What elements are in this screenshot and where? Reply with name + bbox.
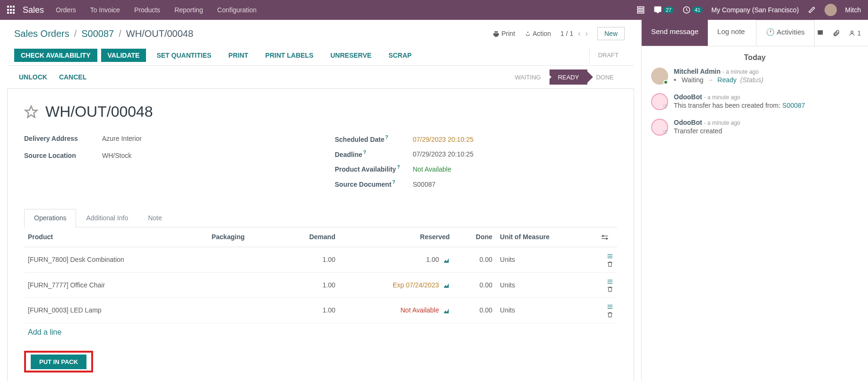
scrap-button[interactable]: SCRAP (382, 49, 418, 62)
user-avatar[interactable] (825, 4, 837, 16)
breadcrumb-parent[interactable]: S00087 (81, 28, 114, 39)
th-packaging[interactable]: Packaging (208, 227, 280, 247)
status-ready[interactable]: READY (550, 69, 588, 85)
breadcrumb-root[interactable]: Sales Orders (14, 28, 69, 39)
msg-avatar[interactable] (651, 93, 668, 110)
cell-reserved[interactable]: Not Available (339, 298, 454, 323)
status-draft[interactable]: DRAFT (589, 48, 627, 63)
msg-link[interactable]: S00087 (782, 102, 805, 109)
detail-icon[interactable] (607, 252, 613, 260)
chatter-tabs: Send message Log note 🕐 Activities 1 (642, 20, 868, 46)
cell-product[interactable]: [FURN_0003] LED Lamp (24, 298, 208, 323)
unreserve-button[interactable]: UNRESERVE (324, 49, 378, 62)
cell-uom[interactable]: Units (496, 247, 597, 272)
cell-product[interactable]: [FURN_7777] Office Chair (24, 272, 208, 298)
msg-author[interactable]: OdooBot (674, 93, 702, 101)
nav-configuration[interactable]: Configuration (217, 6, 257, 14)
cancel-button[interactable]: CANCEL (59, 73, 86, 81)
check-availability-button[interactable]: CHECK AVAILABILITY (14, 49, 97, 62)
th-uom[interactable]: Unit of Measure (496, 227, 597, 247)
cell-packaging[interactable] (208, 272, 280, 298)
chat-icon[interactable]: 27 (653, 6, 674, 14)
cell-uom[interactable]: Units (496, 272, 597, 298)
unlock-button[interactable]: UNLOCK (19, 73, 47, 81)
app-title[interactable]: Sales (23, 5, 44, 15)
th-demand[interactable]: Demand (280, 227, 339, 247)
star-icon[interactable] (24, 105, 38, 119)
tab-operations[interactable]: Operations (24, 209, 76, 227)
print-labels-button[interactable]: PRINT LABELS (258, 49, 320, 62)
delete-icon[interactable] (607, 310, 613, 318)
cell-uom[interactable]: Units (496, 298, 597, 323)
new-button[interactable]: New (597, 27, 625, 40)
detail-icon[interactable] (607, 303, 613, 310)
table-row[interactable]: [FURN_7777] Office Chair 1.00 Exp 07/24/… (24, 272, 617, 298)
print-button[interactable]: Print (493, 30, 515, 37)
cell-actions (597, 298, 617, 323)
source-doc-value[interactable]: S00087 (413, 181, 436, 188)
nav-reporting[interactable]: Reporting (174, 6, 203, 14)
apps-icon[interactable] (7, 6, 16, 14)
source-location-value[interactable]: WH/Stock (102, 152, 131, 159)
tab-note[interactable]: Note (138, 209, 172, 227)
cell-reserved[interactable]: Exp 07/24/2023 (339, 272, 454, 298)
msg-author[interactable]: Mitchell Admin (674, 68, 721, 75)
put-in-pack-button[interactable]: PUT IN PACK (31, 355, 86, 369)
msg-author[interactable]: OdooBot (674, 119, 702, 126)
cell-done[interactable]: 0.00 (454, 247, 496, 272)
msg-avatar[interactable] (651, 68, 668, 85)
activities-button[interactable]: 🕐 Activities (756, 20, 815, 46)
scheduled-date-value[interactable]: 07/29/2023 20:10:25 (413, 136, 473, 143)
nav-products[interactable]: Products (134, 6, 160, 14)
send-message-button[interactable]: Send message (642, 20, 708, 46)
status-waiting[interactable]: WAITING (507, 69, 550, 85)
add-line-button[interactable]: Add a line (24, 323, 617, 341)
detail-icon[interactable] (607, 277, 613, 285)
grid-icon[interactable] (636, 6, 645, 14)
pager-next-icon[interactable]: › (585, 29, 588, 38)
log-note-button[interactable]: Log note (708, 20, 754, 46)
cell-packaging[interactable] (208, 247, 280, 272)
cell-demand[interactable]: 1.00 (280, 247, 339, 272)
set-quantities-button[interactable]: SET QUANTITIES (150, 49, 218, 62)
status-steps: DRAFT (589, 45, 627, 65)
cell-done[interactable]: 0.00 (454, 298, 496, 323)
delete-icon[interactable] (607, 260, 613, 267)
cell-done[interactable]: 0.00 (454, 272, 496, 298)
th-settings[interactable] (597, 227, 617, 247)
th-reserved[interactable]: Reserved (339, 227, 454, 247)
chatter-body: Today Mitchell Admin - a minute ago • Wa… (642, 46, 868, 151)
delete-icon[interactable] (607, 285, 613, 293)
th-done[interactable]: Done (454, 227, 496, 247)
th-product[interactable]: Product (24, 227, 208, 247)
follower-count[interactable]: 1 (849, 29, 861, 37)
company-name[interactable]: My Company (San Francisco) (711, 6, 799, 14)
cell-demand[interactable]: 1.00 (280, 272, 339, 298)
clock-icon[interactable]: 41 (682, 6, 703, 14)
print-button-2[interactable]: PRINT (222, 49, 255, 62)
forecast-icon[interactable] (443, 281, 450, 289)
cell-packaging[interactable] (208, 298, 280, 323)
forecast-icon[interactable] (443, 306, 450, 314)
msg-status-link[interactable]: Ready (717, 76, 736, 84)
delivery-address-value[interactable]: Azure Interior (102, 135, 142, 142)
nav-orders[interactable]: Orders (56, 6, 76, 14)
user-name[interactable]: Mitch (845, 6, 861, 14)
pager-prev-icon[interactable]: ‹ (578, 29, 580, 38)
msg-avatar[interactable] (651, 119, 668, 136)
action-button[interactable]: Action (524, 30, 551, 37)
tools-icon[interactable] (808, 6, 816, 14)
svg-rect-1 (637, 9, 644, 11)
delivery-address-label: Delivery Address (24, 135, 102, 142)
forecast-icon[interactable] (443, 256, 450, 263)
validate-button[interactable]: VALIDATE (101, 49, 146, 62)
table-row[interactable]: [FURN_0003] LED Lamp 1.00 Not Available … (24, 298, 617, 323)
table-row[interactable]: [FURN_7800] Desk Combination 1.00 1.00 0… (24, 247, 617, 272)
attach-icon[interactable] (833, 29, 840, 37)
book-icon[interactable] (816, 29, 824, 37)
cell-reserved[interactable]: 1.00 (339, 247, 454, 272)
nav-to-invoice[interactable]: To Invoice (90, 6, 120, 14)
cell-product[interactable]: [FURN_7800] Desk Combination (24, 247, 208, 272)
cell-demand[interactable]: 1.00 (280, 298, 339, 323)
tab-additional-info[interactable]: Additional Info (76, 209, 138, 227)
